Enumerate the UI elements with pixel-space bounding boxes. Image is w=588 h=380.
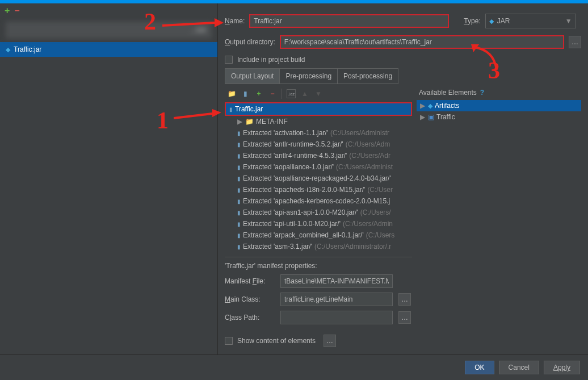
- browse-button[interactable]: …: [569, 36, 581, 48]
- tree-item[interactable]: ▮Extracted 'arpack_combined_all-0.1.jar/…: [225, 229, 412, 241]
- name-label: Name:: [225, 17, 245, 25]
- archive-icon: ▮: [237, 130, 241, 136]
- output-directory-input[interactable]: [280, 35, 564, 49]
- new-folder-icon[interactable]: 📁: [227, 89, 236, 98]
- sidebar-item-blurred[interactable]: ...GA: [6, 22, 212, 39]
- tree-item[interactable]: ▮Extracted 'aopalliance-1.0.jar/' (C:/Us…: [225, 161, 412, 173]
- move-down-icon: ▼: [314, 89, 323, 98]
- remove-icon[interactable]: −: [14, 6, 19, 16]
- archive-icon: ▮: [237, 221, 241, 227]
- tree-item[interactable]: ▮Extracted 'antlr4-runtime-4.5.3.jar/' (…: [225, 150, 412, 161]
- archive-icon: ▮: [237, 210, 241, 216]
- tab-post-processing[interactable]: Post-processing: [338, 69, 398, 83]
- add-copy-icon[interactable]: +: [254, 89, 263, 98]
- avail-artifacts[interactable]: ▶ ◆ Artifacts: [417, 100, 581, 111]
- archive-icon: ▮: [237, 164, 241, 170]
- name-input[interactable]: [249, 14, 449, 28]
- jar-icon: ◆: [489, 18, 494, 25]
- archive-icon: ▮: [229, 106, 233, 112]
- tree-item[interactable]: ▮Extracted 'api-util-1.0.0-M20.jar/' (C:…: [225, 218, 412, 229]
- available-elements-tree[interactable]: ▶ ◆ Artifacts ▶ ▣ Traffic: [417, 100, 581, 123]
- apply-button[interactable]: Apply: [544, 361, 580, 374]
- outdir-label: Output directory:: [225, 38, 275, 46]
- tree-item[interactable]: ▮Extracted 'asm-3.1.jar/' (C:/Users/Admi…: [225, 241, 412, 252]
- sidebar-item-label: Traffic:jar: [14, 45, 41, 53]
- show-content-label: Show content of elements: [237, 337, 316, 345]
- expand-arrow-icon[interactable]: ▶: [237, 118, 243, 126]
- tree-root-jar[interactable]: ▮ Traffic.jar: [225, 102, 412, 116]
- output-tree[interactable]: ▮ Traffic.jar ▶ 📁 META-INF ▮Extracted 'a…: [225, 102, 412, 254]
- artifact-icon: ◆: [6, 46, 10, 53]
- artifact-icon: ◆: [428, 102, 432, 110]
- type-select[interactable]: ◆ JAR ▼: [485, 14, 576, 28]
- add-icon[interactable]: +: [5, 6, 10, 16]
- tree-item[interactable]: ▮Extracted 'activation-1.1.jar/' (C:/Use…: [225, 127, 412, 139]
- tree-item[interactable]: ▮Extracted 'aopalliance-repackaged-2.4.0…: [225, 173, 412, 184]
- type-label: Type:: [464, 17, 480, 25]
- tree-metainf[interactable]: ▶ 📁 META-INF: [225, 116, 412, 127]
- sidebar-item-traffic-jar[interactable]: ◆ Traffic:jar: [0, 42, 217, 57]
- archive-icon: ▮: [237, 176, 241, 182]
- main-class-label: Main Class:: [225, 295, 275, 303]
- main-class-browse[interactable]: …: [398, 293, 411, 306]
- sort-icon[interactable]: ↓az: [287, 89, 296, 98]
- move-up-icon: ▲: [300, 89, 309, 98]
- tree-item[interactable]: ▮Extracted 'api-asn1-api-1.0.0-M20.jar/'…: [225, 207, 412, 218]
- archive-icon: ▮: [237, 198, 241, 204]
- include-build-checkbox[interactable]: [225, 56, 233, 64]
- cancel-button[interactable]: Cancel: [499, 361, 539, 374]
- show-content-checkbox[interactable]: [225, 337, 233, 345]
- archive-icon: ▮: [237, 187, 241, 193]
- manifest-file-input[interactable]: [280, 274, 393, 288]
- archive-icon: ▮: [237, 244, 241, 250]
- dialog-footer: OK Cancel Apply: [0, 354, 588, 380]
- tab-output-layout[interactable]: Output Layout: [225, 69, 280, 83]
- archive-icon: ▮: [237, 232, 241, 239]
- manifest-file-label: Manifest File:: [225, 277, 275, 285]
- module-icon: ▣: [428, 113, 434, 121]
- main-class-input[interactable]: [280, 293, 393, 306]
- folder-icon: 📁: [245, 118, 254, 126]
- class-path-label: Class Path:: [225, 314, 275, 321]
- artifacts-sidebar: + − ...GA ◆ Traffic:jar: [0, 3, 218, 356]
- tabs: Output Layout Pre-processing Post-proces…: [225, 68, 398, 84]
- ok-button[interactable]: OK: [465, 361, 494, 374]
- tree-item[interactable]: ▮Extracted 'apacheds-kerberos-codec-2.0.…: [225, 195, 412, 207]
- tree-item[interactable]: ▮Extracted 'antlr-runtime-3.5.2.jar/' (C…: [225, 139, 412, 150]
- class-path-browse[interactable]: …: [398, 311, 411, 324]
- tree-item[interactable]: ▮Extracted 'apacheds-i18n-2.0.0-M15.jar/…: [225, 184, 412, 195]
- layout-toolbar: 📁 ▮ + − ↓az ▲ ▼: [225, 85, 412, 102]
- show-content-config[interactable]: …: [324, 335, 336, 347]
- chevron-down-icon: ▼: [565, 17, 572, 25]
- class-path-input[interactable]: [280, 311, 393, 324]
- avail-traffic[interactable]: ▶ ▣ Traffic: [417, 111, 581, 123]
- archive-icon: ▮: [237, 153, 241, 159]
- remove-item-icon[interactable]: −: [268, 89, 277, 98]
- manifest-title: 'Traffic.jar' manifest properties:: [225, 262, 412, 270]
- new-archive-icon[interactable]: ▮: [241, 89, 250, 98]
- help-icon[interactable]: ?: [480, 89, 484, 97]
- expand-arrow-icon[interactable]: ▶: [420, 113, 426, 121]
- available-elements-label: Available Elements: [419, 89, 477, 97]
- archive-icon: ▮: [237, 141, 241, 148]
- expand-arrow-icon[interactable]: ▶: [420, 102, 426, 110]
- tab-pre-processing[interactable]: Pre-processing: [280, 69, 338, 83]
- include-build-label: Include in project build: [237, 56, 305, 64]
